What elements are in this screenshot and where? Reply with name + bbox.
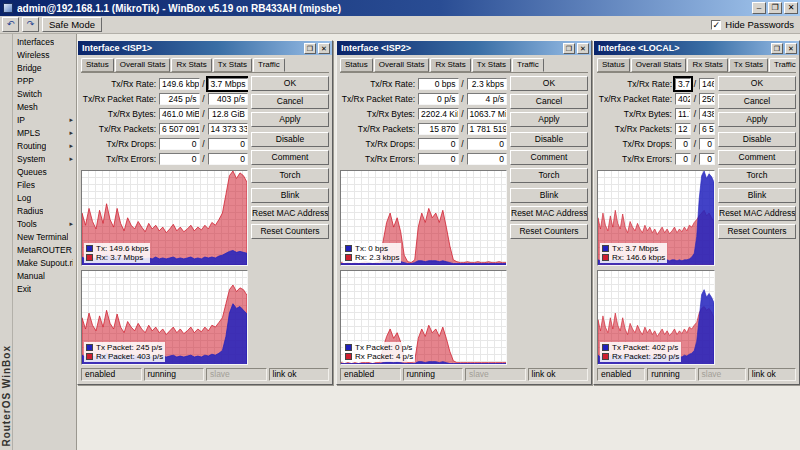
tab-status[interactable]: Status xyxy=(340,58,373,72)
sidebar-item-queues[interactable]: Queues xyxy=(13,165,76,178)
sidebar-item-mpls[interactable]: MPLS▸ xyxy=(13,126,76,139)
traffic-chart-isp1-traffic-rate-history: Tx: 149.6 kbpsRx: 3.7 Mbps xyxy=(81,170,248,266)
tab-status[interactable]: Status xyxy=(81,58,114,72)
reset-mac-address-button[interactable]: Reset MAC Address xyxy=(251,206,329,221)
sidebar-item-files[interactable]: Files xyxy=(13,178,76,191)
minimize-button[interactable]: – xyxy=(752,2,766,14)
tab-status[interactable]: Status xyxy=(597,58,630,72)
apply-button[interactable]: Apply xyxy=(510,112,588,127)
tab-rx-stats[interactable]: Rx Stats xyxy=(430,58,470,72)
legend-label: Rx: 3.7 Mbps xyxy=(96,253,143,262)
tab-tx-stats[interactable]: Tx Stats xyxy=(213,58,252,72)
blink-button[interactable]: Blink xyxy=(510,188,588,203)
sidebar-item-routing[interactable]: Routing▸ xyxy=(13,139,76,152)
sidebar-item-ppp[interactable]: PPP xyxy=(13,74,76,87)
sidebar-item-switch[interactable]: Switch xyxy=(13,87,76,100)
window-maximize-button[interactable]: ❐ xyxy=(304,43,316,54)
sidebar-item-system[interactable]: System▸ xyxy=(13,152,76,165)
apply-button[interactable]: Apply xyxy=(718,112,796,127)
field-separator: / xyxy=(691,154,699,164)
tab-rx-stats[interactable]: Rx Stats xyxy=(687,58,727,72)
tab-traffic[interactable]: Traffic xyxy=(769,58,796,72)
reset-mac-address-button[interactable]: Reset MAC Address xyxy=(718,206,796,221)
torch-button[interactable]: Torch xyxy=(251,168,329,183)
ok-button[interactable]: OK xyxy=(251,76,329,91)
torch-button[interactable]: Torch xyxy=(718,168,796,183)
tab-tx-stats[interactable]: Tx Stats xyxy=(472,58,511,72)
cancel-button[interactable]: Cancel xyxy=(718,94,796,109)
sidebar-item-label: Radius xyxy=(17,206,43,216)
window-titlebar[interactable]: Interface <ISP1> ❐ ✕ xyxy=(78,41,332,55)
undo-button[interactable]: ↶ xyxy=(2,17,19,32)
window-maximize-button[interactable]: ❐ xyxy=(563,43,575,54)
disable-button[interactable]: Disable xyxy=(251,132,329,147)
field-rx-value: 0 xyxy=(699,138,715,150)
field-label: Tx/Rx Drops: xyxy=(81,139,159,149)
window-titlebar[interactable]: Interface <LOCAL> ❐ ✕ xyxy=(594,41,799,55)
stat-field-row: Tx/Rx Rate:3.7 Mbps/146.6 kbps xyxy=(597,76,715,91)
ok-button[interactable]: OK xyxy=(510,76,588,91)
comment-button[interactable]: Comment xyxy=(251,150,329,165)
reset-counters-button[interactable]: Reset Counters xyxy=(718,224,796,239)
hide-passwords-checkbox[interactable]: ✓ xyxy=(711,20,721,30)
apply-button[interactable]: Apply xyxy=(251,112,329,127)
tab-overall-stats[interactable]: Overall Stats xyxy=(115,58,171,72)
torch-button[interactable]: Torch xyxy=(510,168,588,183)
comment-button[interactable]: Comment xyxy=(510,150,588,165)
tab-overall-stats[interactable]: Overall Stats xyxy=(631,58,687,72)
redo-button[interactable]: ↷ xyxy=(22,17,39,32)
disable-button[interactable]: Disable xyxy=(718,132,796,147)
reset-counters-button[interactable]: Reset Counters xyxy=(510,224,588,239)
window-close-button[interactable]: ✕ xyxy=(785,43,797,54)
sidebar-item-interfaces[interactable]: Interfaces xyxy=(13,35,76,48)
submenu-arrow-icon: ▸ xyxy=(69,220,73,228)
tab-overall-stats[interactable]: Overall Stats xyxy=(374,58,430,72)
sidebar-item-make-supout-rif[interactable]: Make Supout.rif xyxy=(13,256,76,269)
stat-field-row: Tx/Rx Rate:0 bps/2.3 kbps xyxy=(340,76,507,91)
field-tx-value: 0 xyxy=(675,138,691,150)
close-button[interactable]: ✕ xyxy=(784,2,798,14)
field-separator: / xyxy=(200,109,208,119)
cancel-button[interactable]: Cancel xyxy=(510,94,588,109)
sidebar-item-radius[interactable]: Radius xyxy=(13,204,76,217)
chart-legend: Tx: 0 bpsRx: 2.3 kbps xyxy=(343,243,401,263)
blink-button[interactable]: Blink xyxy=(251,188,329,203)
sidebar-item-tools[interactable]: Tools▸ xyxy=(13,217,76,230)
tab-traffic[interactable]: Traffic xyxy=(253,58,285,72)
disable-button[interactable]: Disable xyxy=(510,132,588,147)
legend-entry: Rx Packet: 4 p/s xyxy=(345,352,413,361)
cancel-button[interactable]: Cancel xyxy=(251,94,329,109)
status-running: running xyxy=(403,368,464,381)
window-title: Interface <ISP1> xyxy=(82,43,302,53)
sidebar-item-wireless[interactable]: Wireless xyxy=(13,48,76,61)
legend-entry: Tx: 149.6 kbps xyxy=(86,244,148,253)
reset-mac-address-button[interactable]: Reset MAC Address xyxy=(510,206,588,221)
sidebar-item-metarouter[interactable]: MetaROUTER xyxy=(13,243,76,256)
sidebar-item-manual[interactable]: Manual xyxy=(13,269,76,282)
window-titlebar[interactable]: Interface <ISP2> ❐ ✕ xyxy=(337,41,591,55)
tab-traffic[interactable]: Traffic xyxy=(512,58,544,72)
field-separator: / xyxy=(200,79,208,89)
legend-label: Rx Packet: 250 p/s xyxy=(612,352,679,361)
reset-counters-button[interactable]: Reset Counters xyxy=(251,224,329,239)
window-close-button[interactable]: ✕ xyxy=(318,43,330,54)
maximize-button[interactable]: ❐ xyxy=(768,2,782,14)
comment-button[interactable]: Comment xyxy=(718,150,796,165)
sidebar-item-bridge[interactable]: Bridge xyxy=(13,61,76,74)
stat-field-row: Tx/Rx Drops:0/0 xyxy=(81,136,248,151)
main-titlebar[interactable]: admin@192.168.1.1 (MikroTik) - WinBox v5… xyxy=(0,0,800,16)
ok-button[interactable]: OK xyxy=(718,76,796,91)
window-maximize-button[interactable]: ❐ xyxy=(771,43,783,54)
sidebar-item-mesh[interactable]: Mesh xyxy=(13,100,76,113)
sidebar-item-log[interactable]: Log xyxy=(13,191,76,204)
window-close-button[interactable]: ✕ xyxy=(577,43,589,54)
blink-button[interactable]: Blink xyxy=(718,188,796,203)
safe-mode-button[interactable]: Safe Mode xyxy=(42,17,102,32)
sidebar-item-new-terminal[interactable]: New Terminal xyxy=(13,230,76,243)
window-body: StatusOverall StatsRx StatsTx StatsTraff… xyxy=(337,55,591,384)
sidebar-item-ip[interactable]: IP▸ xyxy=(13,113,76,126)
tab-tx-stats[interactable]: Tx Stats xyxy=(729,58,768,72)
tx-packet-series-color-swatch xyxy=(602,344,609,351)
tab-rx-stats[interactable]: Rx Stats xyxy=(171,58,211,72)
sidebar-item-exit[interactable]: Exit xyxy=(13,282,76,295)
